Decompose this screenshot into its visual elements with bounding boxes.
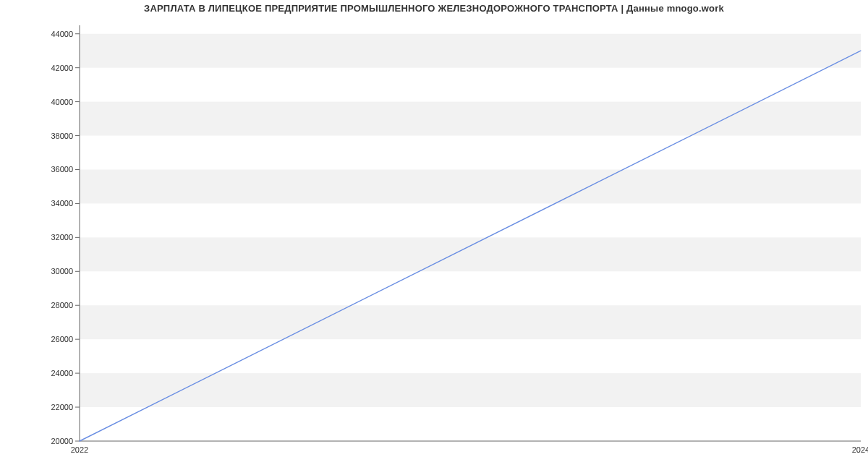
grid-band: [80, 373, 861, 407]
y-tick: 22000: [51, 403, 80, 411]
y-tick: 32000: [51, 233, 80, 242]
y-tick: 42000: [51, 64, 80, 72]
y-tick-label: 40000: [51, 98, 73, 106]
chart-container: ЗАРПЛАТА В ЛИПЕЦКОЕ ПРЕДПРИЯТИЕ ПРОМЫШЛЕ…: [0, 0, 868, 470]
y-tick: 44000: [51, 30, 80, 38]
y-tick-label: 44000: [51, 30, 73, 38]
y-tick: 28000: [51, 301, 80, 309]
y-tick: 40000: [51, 98, 80, 106]
chart-svg: 2000022000240002600028000300003200034000…: [0, 0, 868, 470]
y-tick-label: 30000: [51, 267, 73, 275]
y-tick-label: 38000: [51, 132, 73, 140]
grid-band: [80, 34, 861, 68]
y-tick: 24000: [51, 369, 80, 377]
x-tick-label: 2024: [852, 445, 868, 454]
x-tick-label: 2022: [71, 445, 88, 454]
y-tick-label: 22000: [51, 403, 73, 411]
grid-band: [80, 169, 861, 203]
y-tick: 26000: [51, 335, 80, 343]
x-tick: 2022: [71, 445, 88, 454]
y-tick-label: 34000: [51, 199, 73, 208]
y-tick: 36000: [51, 165, 80, 174]
y-tick-label: 36000: [51, 165, 73, 174]
y-tick-label: 42000: [51, 64, 73, 72]
y-tick-label: 24000: [51, 369, 73, 377]
y-tick: 38000: [51, 132, 80, 140]
y-tick: 30000: [51, 267, 80, 275]
chart-title: ЗАРПЛАТА В ЛИПЕЦКОЕ ПРЕДПРИЯТИЕ ПРОМЫШЛЕ…: [0, 3, 868, 14]
y-tick: 34000: [51, 199, 80, 208]
grid-band: [80, 102, 861, 136]
x-tick: 2024: [852, 445, 868, 454]
y-tick-label: 32000: [51, 233, 73, 242]
grid-band: [80, 305, 861, 339]
grid-band: [80, 237, 861, 271]
y-tick-label: 28000: [51, 301, 73, 309]
y-tick-label: 20000: [51, 437, 73, 445]
y-tick: 20000: [51, 437, 80, 445]
y-tick-label: 26000: [51, 335, 73, 343]
